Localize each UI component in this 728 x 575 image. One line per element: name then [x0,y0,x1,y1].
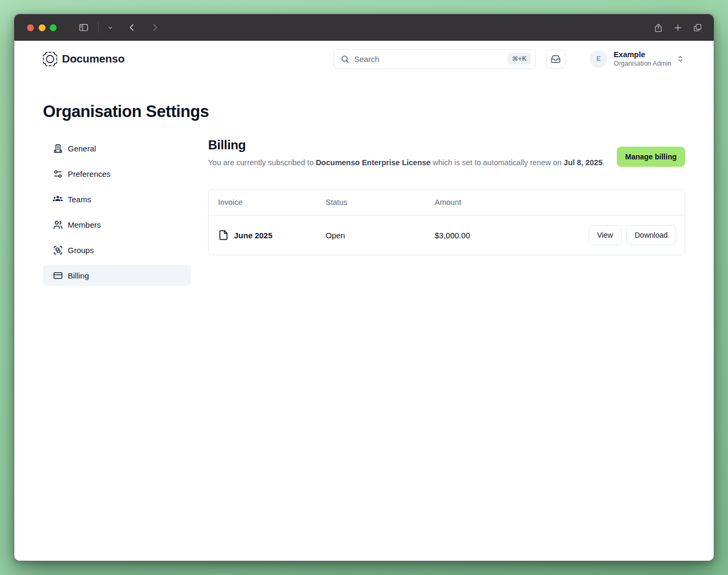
sidebar-item-label: Billing [68,271,89,280]
new-tab-icon[interactable] [671,21,685,34]
user-name: Example [614,50,671,59]
plan-name: Documenso Enterprise License [316,158,430,167]
column-status: Status [326,198,435,206]
invoices-table: Invoice Status Amount June 2025 Open [208,189,685,255]
sidebar-item-label: Groups [68,246,94,255]
users-icon [52,219,63,230]
share-icon[interactable] [651,21,665,34]
billing-heading: Billing [208,138,605,152]
download-invoice-button[interactable]: Download [626,225,676,245]
brand-name: Documenso [62,52,124,65]
toolbar-divider [98,22,98,33]
table-header-row: Invoice Status Amount [209,190,685,215]
file-icon [218,230,229,240]
documenso-brand[interactable]: Documenso [43,52,124,66]
sidebar-item-billing[interactable]: Billing [43,265,191,286]
search-input[interactable] [354,55,503,64]
subscription-description: You are currently subscribed to Documens… [208,158,605,167]
column-amount: Amount [435,198,676,206]
settings-sidebar: General Preferences Teams [43,138,191,286]
invoice-amount: $3,000.00 [435,231,589,240]
sidebar-item-label: Members [68,220,101,229]
user-role: Organisation Admin [614,60,671,68]
chevrons-up-down-icon [677,55,684,62]
sidebar-item-members[interactable]: Members [43,214,191,235]
sidebar-item-label: Teams [68,195,91,204]
invoice-name: June 2025 [234,231,273,240]
inbox-icon [551,54,561,64]
back-icon[interactable] [125,21,139,34]
table-row: June 2025 Open $3,000.00 View Download [209,215,685,255]
tab-overview-icon[interactable] [690,21,704,34]
search-icon [340,55,349,64]
building-icon [52,143,63,154]
sidebar-item-teams[interactable]: Teams [43,188,191,210]
search-shortcut-badge: ⌘+K [508,53,531,65]
inbox-button[interactable] [546,49,565,69]
tab-group-chevron-icon[interactable] [106,21,114,34]
documenso-seal-icon [43,52,57,66]
minimize-window-button[interactable] [39,24,46,31]
avatar: E [590,50,607,68]
sliders-icon [52,168,63,179]
forward-icon [148,21,162,34]
sidebar-item-preferences[interactable]: Preferences [43,163,191,184]
traffic-lights [27,24,57,31]
page-content: Documenso ⌘+K E Example Organisation Ad [14,41,714,561]
view-invoice-button[interactable]: View [589,225,622,245]
group-frame-icon [52,245,63,255]
sidebar-item-general[interactable]: General [43,138,191,159]
zoom-window-button[interactable] [50,24,57,31]
browser-window: Documenso ⌘+K E Example Organisation Ad [14,14,714,561]
app-header: Documenso ⌘+K E Example Organisation Ad [14,41,714,77]
sidebar-item-label: General [68,144,96,153]
credit-card-icon [52,270,63,281]
manage-billing-button[interactable]: Manage billing [617,147,685,167]
organisation-switcher[interactable]: E Example Organisation Admin [590,50,684,68]
sidebar-toggle-icon[interactable] [77,21,91,34]
sidebar-item-label: Preferences [68,169,111,178]
search-bar[interactable]: ⌘+K [334,49,536,69]
invoice-status: Open [326,231,435,240]
column-invoice: Invoice [218,198,326,206]
people-group-icon [52,194,63,204]
close-window-button[interactable] [27,24,34,31]
renewal-date: Jul 8, 2025 [564,158,603,167]
window-titlebar [14,14,714,41]
page-title: Organisation Settings [43,102,685,121]
billing-section: Billing You are currently subscribed to … [208,138,685,286]
sidebar-item-groups[interactable]: Groups [43,239,191,260]
